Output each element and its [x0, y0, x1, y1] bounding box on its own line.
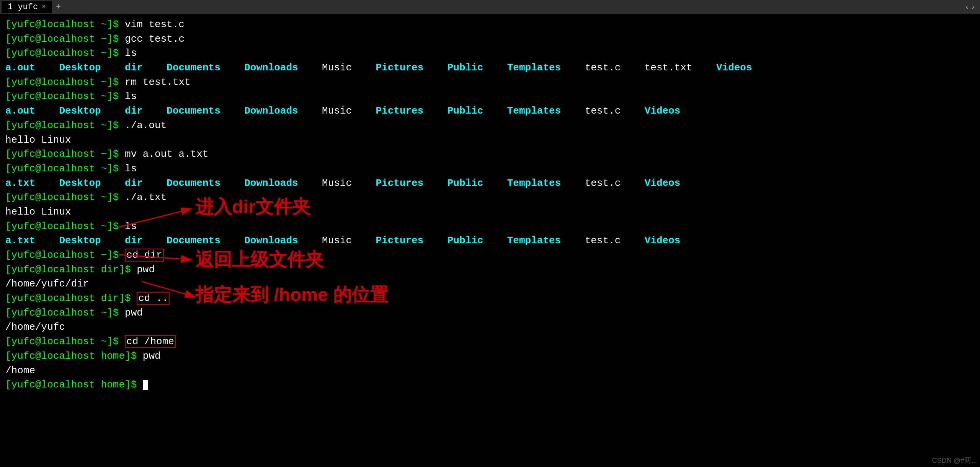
annotation-text-1: 进入dir文件夹: [195, 194, 310, 220]
tab-bar: 1 yufc × + ‹ ›: [0, 0, 980, 14]
terminal-line: [yufc@localhost ~]$ ls: [5, 89, 975, 104]
tab-label: 1 yufc: [8, 2, 38, 12]
nav-right-icon[interactable]: ›: [971, 3, 975, 11]
cd-dotdot-line: [yufc@localhost dir]$ cd ..: [5, 291, 975, 306]
terminal-line: [yufc@localhost ~]$ ls: [5, 162, 975, 176]
ls-output-3: a.txt Desktop dir Documents Downloads Mu…: [5, 176, 975, 191]
tab-add-button[interactable]: +: [53, 2, 64, 13]
highlight-cd-dir: cd dir: [125, 249, 164, 262]
terminal-line: [yufc@localhost home]$ pwd: [5, 349, 975, 364]
terminal-line: [yufc@localhost ~]$ gcc test.c: [5, 32, 975, 47]
terminal-line: [yufc@localhost ~]$ rm test.txt: [5, 75, 975, 90]
nav-left-icon[interactable]: ‹: [965, 3, 969, 11]
output-path2: /home/yufc: [5, 320, 975, 335]
terminal-line: [yufc@localhost ~]$ mv a.out a.txt: [5, 147, 975, 162]
terminal-line: [yufc@localhost ~]$ vim test.c: [5, 18, 975, 32]
output-path3: /home: [5, 364, 975, 378]
terminal-line: [yufc@localhost ~]$ ./a.txt: [5, 190, 975, 205]
output-hello2: hello Linux: [5, 205, 975, 220]
terminal-line: [yufc@localhost ~]$ ls: [5, 46, 975, 61]
terminal-line: [yufc@localhost ~]$ ls: [5, 220, 975, 234]
annotation-text-3: 指定来到 /home 的位置: [195, 282, 388, 308]
output-path1: /home/yufc/dir: [5, 277, 975, 291]
cd-home-line: [yufc@localhost ~]$ cd /home: [5, 335, 975, 349]
ls-output-2: a.out Desktop dir Documents Downloads Mu…: [5, 104, 975, 119]
ls-output-4: a.txt Desktop dir Documents Downloads Mu…: [5, 234, 975, 248]
nav-arrows: ‹ ›: [965, 3, 978, 11]
cursor: [143, 380, 148, 390]
ls-output-1: a.out Desktop dir Documents Downloads Mu…: [5, 61, 975, 75]
annotation-text-2: 返回上级文件夹: [195, 246, 324, 273]
active-tab[interactable]: 1 yufc ×: [2, 1, 52, 13]
watermark: CSDN @#两...: [932, 456, 977, 465]
tab-close-icon[interactable]: ×: [42, 3, 46, 11]
terminal-last-line: [yufc@localhost home]$: [5, 378, 975, 392]
terminal-line: [yufc@localhost ~]$ ./a.out: [5, 119, 975, 133]
terminal[interactable]: [yufc@localhost ~]$ vim test.c [yufc@loc…: [0, 14, 980, 467]
cd-dir-line: [yufc@localhost ~]$ cd dir: [5, 248, 975, 263]
output-hello1: hello Linux: [5, 133, 975, 148]
terminal-line: [yufc@localhost ~]$ pwd: [5, 306, 975, 321]
highlight-cd-home: cd /home: [125, 335, 176, 348]
highlight-cd-dotdot: cd ..: [137, 292, 170, 305]
terminal-line: [yufc@localhost dir]$ pwd: [5, 263, 975, 277]
